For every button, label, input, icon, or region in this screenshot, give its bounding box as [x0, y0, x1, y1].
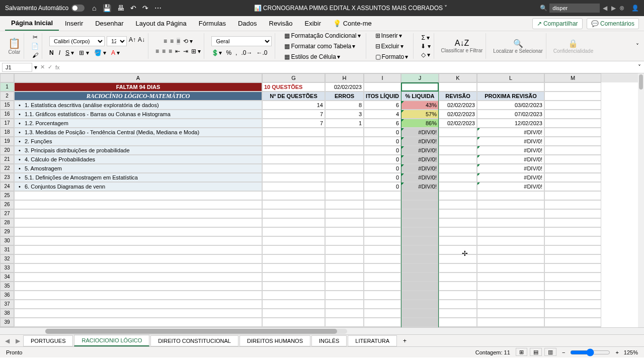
cell-styles-button[interactable]: ▦ Estilos de Célula ▾: [282, 52, 342, 61]
cell-L37[interactable]: [477, 300, 544, 309]
cell-H21[interactable]: [325, 155, 364, 164]
cell-K23[interactable]: [439, 173, 477, 182]
cell-M19[interactable]: [544, 137, 601, 146]
cell-I1[interactable]: [364, 82, 401, 92]
user-icon[interactable]: 👤: [631, 5, 639, 12]
cell-L29[interactable]: [477, 227, 544, 236]
sheet-tab-portugues[interactable]: PORTUGUES: [23, 335, 73, 346]
cell-L22[interactable]: #DIV/0!: [477, 164, 544, 173]
indent-dec-icon[interactable]: ⇤: [175, 48, 180, 55]
cell-J34[interactable]: [401, 273, 439, 282]
sheet-nav-prev[interactable]: ◀: [2, 337, 13, 344]
row-header[interactable]: 25: [0, 191, 14, 200]
bold-button[interactable]: N: [49, 49, 54, 56]
col-header-G[interactable]: G: [262, 73, 325, 82]
row-header[interactable]: 26: [0, 200, 14, 209]
font-size-select[interactable]: 12: [107, 36, 127, 46]
cell-K24[interactable]: [439, 182, 477, 191]
cell-J31[interactable]: [401, 245, 439, 254]
cell-K19[interactable]: [439, 137, 477, 146]
search-prev-icon[interactable]: ◀: [603, 5, 607, 12]
cell-J29[interactable]: [401, 227, 439, 236]
cell-I28[interactable]: [364, 218, 401, 227]
cell-H35[interactable]: [325, 282, 364, 291]
cell-M34[interactable]: [544, 273, 601, 282]
row-header[interactable]: 40: [0, 327, 14, 327]
share-button[interactable]: ↗ Compartilhar: [532, 18, 583, 29]
cell-H37[interactable]: [325, 300, 364, 309]
cell-A25[interactable]: [14, 191, 262, 200]
cell-A38[interactable]: [14, 309, 262, 318]
formula-input[interactable]: [63, 63, 635, 71]
copy-icon[interactable]: 📄: [31, 43, 39, 50]
autosum-icon[interactable]: Σ ▾: [421, 34, 430, 41]
cell-L35[interactable]: [477, 282, 544, 291]
cell-I16[interactable]: 4: [364, 110, 401, 119]
underline-button[interactable]: S ▾: [65, 49, 74, 56]
cell-G27[interactable]: [262, 209, 325, 218]
cell-A39[interactable]: [14, 318, 262, 327]
cell-M38[interactable]: [544, 309, 601, 318]
cell-L32[interactable]: [477, 254, 544, 263]
cell-H15[interactable]: 8: [325, 101, 364, 110]
col-header-A[interactable]: A: [14, 73, 262, 82]
cell-H1[interactable]: 02/02/2023: [325, 82, 364, 92]
cell-K40[interactable]: [439, 327, 477, 327]
view-normal-icon[interactable]: ⊞: [516, 348, 527, 356]
cell-H31[interactable]: [325, 245, 364, 254]
align-middle-icon[interactable]: ≡: [170, 38, 174, 45]
tab-home[interactable]: Página Inicial: [5, 16, 59, 31]
delete-cells-button[interactable]: ⊟ Excluir ▾: [373, 42, 406, 51]
cell-J1[interactable]: [401, 82, 439, 92]
cell-J40[interactable]: [401, 327, 439, 327]
cell-A2[interactable]: RACIOCÍNIO LÓGICO-MATEMÁTICO: [14, 92, 262, 101]
cell-M20[interactable]: [544, 146, 601, 155]
cell-L2[interactable]: PROXIMA REVISÃO: [477, 92, 544, 101]
cell-H34[interactable]: [325, 273, 364, 282]
row-header[interactable]: 16: [0, 110, 14, 119]
row-header[interactable]: 17: [0, 119, 14, 128]
align-center-icon[interactable]: ≡: [162, 48, 166, 55]
row-header[interactable]: 24: [0, 182, 14, 191]
zoom-slider[interactable]: [570, 348, 610, 356]
zoom-level[interactable]: 125%: [624, 349, 638, 355]
cell-A24[interactable]: 6. Conjuntos Diagramas de venn: [14, 182, 262, 191]
cell-G26[interactable]: [262, 200, 325, 209]
sheet-tab-raciocinio[interactable]: RACIOCIONIO LÓGICO: [74, 335, 149, 346]
cell-M21[interactable]: [544, 155, 601, 164]
cell-M40[interactable]: [544, 327, 601, 327]
cell-K39[interactable]: [439, 318, 477, 327]
sheet-tab-literatura[interactable]: LITERATURA: [348, 335, 397, 346]
cell-H22[interactable]: [325, 164, 364, 173]
paste-button[interactable]: Colar: [9, 49, 21, 55]
cell-M31[interactable]: [544, 245, 601, 254]
cell-A33[interactable]: [14, 263, 262, 273]
cell-I27[interactable]: [364, 209, 401, 218]
cell-H16[interactable]: 3: [325, 110, 364, 119]
cell-I24[interactable]: 0: [364, 182, 401, 191]
format-table-button[interactable]: ▦ Formatar como Tabela ▾: [282, 42, 357, 51]
cell-I2[interactable]: ITOS LÍQUID: [364, 92, 401, 101]
cell-L1[interactable]: [477, 82, 544, 92]
more-icon[interactable]: ⋯: [154, 4, 162, 12]
sheet-tab-constitucional[interactable]: DIREITO CONSTITUCIONAL: [150, 335, 238, 346]
cell-M33[interactable]: [544, 263, 601, 273]
col-header-J[interactable]: J: [401, 73, 439, 82]
tab-review[interactable]: Revisão: [263, 17, 299, 30]
cell-L16[interactable]: 07/02/2023: [477, 110, 544, 119]
cell-G16[interactable]: 7: [262, 110, 325, 119]
row-header[interactable]: 30: [0, 236, 14, 245]
percent-icon[interactable]: %: [226, 49, 231, 56]
cell-J32[interactable]: [401, 254, 439, 263]
cell-I40[interactable]: [364, 327, 401, 327]
sheet-nav-next[interactable]: ▶: [13, 337, 23, 344]
toggle-switch[interactable]: [71, 5, 85, 12]
cell-M37[interactable]: [544, 300, 601, 309]
cell-M27[interactable]: [544, 209, 601, 218]
cell-L36[interactable]: [477, 291, 544, 300]
cell-I33[interactable]: [364, 263, 401, 273]
tab-data[interactable]: Dados: [232, 17, 263, 30]
cell-K36[interactable]: [439, 291, 477, 300]
cell-L19[interactable]: #DIV/0!: [477, 137, 544, 146]
fill-icon[interactable]: ⬇ ▾: [421, 43, 430, 50]
